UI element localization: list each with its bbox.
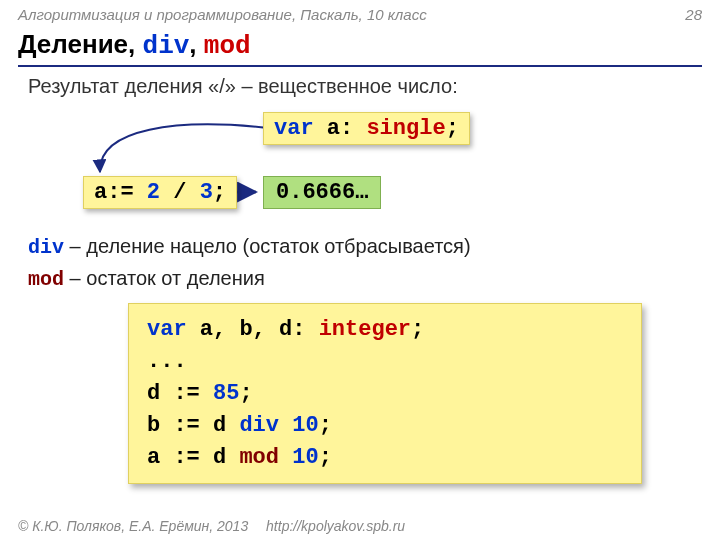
title-rule <box>18 65 702 67</box>
slide-header: Алгоритмизация и программирование, Паска… <box>0 0 720 25</box>
title-mod-kw: mod <box>204 31 251 61</box>
title-word: Деление <box>18 29 128 59</box>
copyright: © К.Ю. Поляков, Е.А. Ерёмин, 2013 <box>18 518 248 534</box>
diagram-area: a:= 2 / 3; var a: single; 0.6666… <box>28 108 692 223</box>
var-decl-box: var a: single; <box>263 112 470 145</box>
mod-definition: mod – остаток от деления <box>28 263 692 295</box>
slide-footer: © К.Ю. Поляков, Е.А. Ерёмин, 2013 http:/… <box>0 518 423 534</box>
website: http://kpolyakov.spb.ru <box>266 518 405 534</box>
assign-box: a:= 2 / 3; <box>83 176 237 209</box>
slide-title: Деление, div, mod <box>0 25 720 63</box>
title-div-kw: div <box>143 31 190 61</box>
definitions: div – деление нацело (остаток отбрасывае… <box>28 231 692 295</box>
page-number: 28 <box>685 6 702 23</box>
code-block: var a, b, d: integer; ... d := 85; b := … <box>128 303 642 484</box>
lead-text: Результат деления «/» – вещественное чис… <box>28 75 692 98</box>
result-box: 0.6666… <box>263 176 381 209</box>
course-name: Алгоритмизация и программирование, Паска… <box>18 6 427 23</box>
div-definition: div – деление нацело (остаток отбрасывае… <box>28 231 692 263</box>
